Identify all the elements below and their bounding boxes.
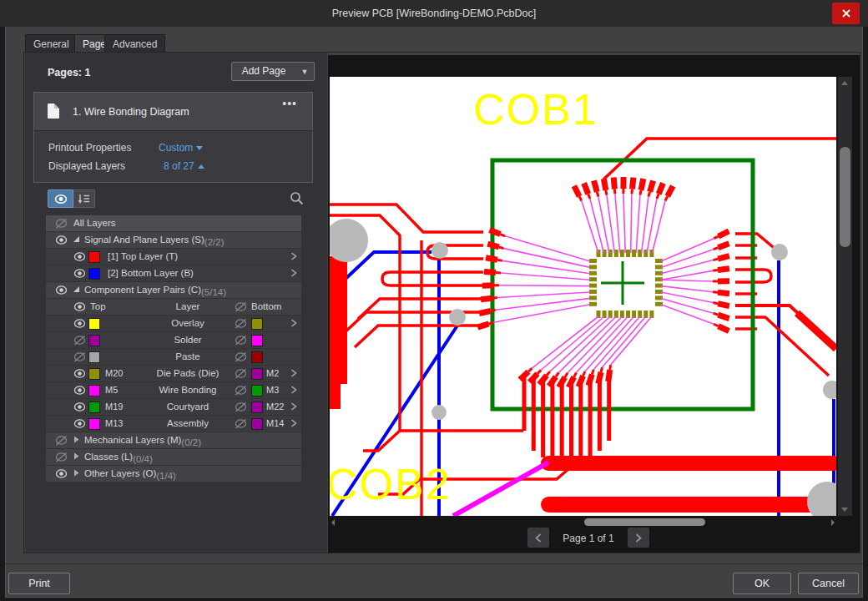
layer-options-chevron-icon[interactable] (290, 385, 297, 396)
cancel-button[interactable]: Cancel (798, 573, 859, 594)
red-bus-bar (541, 456, 836, 471)
layer-options-chevron-icon[interactable] (290, 368, 297, 380)
bottom-layer-color-swatch[interactable] (251, 368, 263, 380)
layer-tree: All LayersSignal And Plane Layers (S) (2… (46, 215, 301, 482)
bottom-visibility-toggle-icon[interactable] (235, 318, 247, 331)
bottom-visibility-toggle-icon[interactable] (235, 301, 247, 314)
layer-group-row[interactable]: Classes (L) (0/4) (46, 449, 301, 465)
page-list-item[interactable]: 1. Wire Bonding Diagram ••• (33, 92, 313, 131)
layer-options-chevron-icon[interactable] (290, 402, 297, 413)
top-visibility-toggle-icon[interactable] (73, 402, 86, 414)
sort-layers-button[interactable] (73, 189, 95, 208)
collapsed-triangle-icon[interactable] (72, 468, 81, 479)
printout-properties-dropdown[interactable]: Custom (159, 142, 203, 154)
visibility-toggle-icon[interactable] (55, 285, 68, 297)
prev-page-button[interactable] (527, 528, 549, 548)
bottom-layer-color-swatch[interactable] (251, 418, 263, 430)
layer-group-row[interactable]: Mechanical Layers (M) (0/2) (46, 432, 301, 448)
top-layer-color-swatch[interactable] (88, 335, 100, 346)
scroll-left-icon[interactable] (331, 519, 335, 526)
layer-color-swatch[interactable] (88, 251, 100, 263)
bottom-visibility-toggle-icon[interactable] (235, 385, 247, 397)
layer-group-row[interactable]: Signal And Plane Layers (S) (2/2) (46, 232, 301, 248)
layer-group-row[interactable]: Component Layer Pairs (C) (5/14) (46, 282, 301, 298)
top-layer-name: M13 (105, 418, 123, 428)
visibility-toggle-icon[interactable] (55, 218, 68, 230)
visibility-toggle-icon[interactable] (55, 468, 68, 481)
preview-horizontal-scrollbar[interactable] (330, 517, 836, 528)
layer-color-swatch[interactable] (88, 268, 100, 280)
bottom-layer-color-swatch[interactable] (251, 318, 263, 330)
bottom-layer-color-swatch[interactable] (251, 351, 263, 363)
visibility-toggle-icon[interactable] (73, 268, 86, 280)
layer-pair-row[interactable]: M20Die Pads (Die)M2 (46, 366, 301, 381)
layer-pair-row[interactable]: Paste (46, 349, 301, 365)
layer-pair-row[interactable]: M19CourtyardM22 (46, 399, 301, 415)
expanded-triangle-icon[interactable] (72, 285, 81, 295)
vertical-scroll-thumb[interactable] (840, 147, 850, 247)
layer-pair-row[interactable]: Overlay (46, 316, 301, 331)
preview-vertical-scrollbar[interactable] (838, 77, 852, 516)
search-icon[interactable] (290, 191, 304, 209)
page-item-menu-icon[interactable]: ••• (282, 97, 297, 110)
top-visibility-toggle-icon[interactable] (73, 335, 86, 347)
collapsed-triangle-icon[interactable] (72, 435, 81, 446)
layer-pair-row[interactable]: M13AssemblyM14 (46, 416, 301, 432)
scroll-up-icon[interactable] (841, 81, 848, 85)
top-layer-color-swatch[interactable] (88, 318, 100, 330)
horizontal-scroll-thumb[interactable] (584, 518, 705, 526)
bottom-visibility-toggle-icon[interactable] (235, 351, 247, 364)
bottom-layer-color-swatch[interactable] (251, 335, 263, 346)
bottom-visibility-toggle-icon[interactable] (235, 335, 247, 347)
bottom-layer-color-swatch[interactable] (251, 385, 263, 396)
layer-pair-row[interactable]: M5Wire BondingM3 (46, 382, 301, 398)
top-visibility-toggle-icon[interactable] (73, 318, 86, 331)
top-layer-color-swatch[interactable] (88, 418, 100, 430)
add-page-button[interactable]: Add Page (231, 62, 296, 81)
scroll-down-icon[interactable] (841, 508, 848, 512)
next-page-button[interactable] (628, 528, 649, 548)
visibility-toggle-icon[interactable] (73, 251, 86, 264)
top-visibility-toggle-icon[interactable] (73, 385, 86, 397)
add-page-dropdown[interactable]: ▼ (295, 62, 315, 81)
top-layer-color-swatch[interactable] (88, 351, 100, 363)
layer-options-chevron-icon[interactable] (290, 268, 297, 280)
ok-button[interactable]: OK (733, 573, 791, 594)
close-icon (841, 8, 851, 18)
bottom-visibility-toggle-icon[interactable] (235, 368, 247, 381)
bottom-visibility-toggle-icon[interactable] (235, 418, 247, 431)
layer-options-chevron-icon[interactable] (290, 251, 297, 263)
page-icon (48, 104, 59, 119)
top-visibility-toggle-icon[interactable] (73, 351, 86, 364)
bottom-layer-color-swatch[interactable] (251, 402, 263, 413)
pair-header-top-label: Top (90, 301, 106, 311)
visibility-mode-button[interactable] (48, 189, 73, 208)
layer-pair-row[interactable]: Solder (46, 332, 301, 348)
layer-row[interactable]: [1] Top Layer (T) (46, 249, 301, 265)
layer-group-row[interactable]: Other Layers (O) (1/4) (46, 466, 301, 482)
tab-advanced[interactable]: Advanced (104, 34, 165, 53)
top-layer-color-swatch[interactable] (88, 385, 100, 396)
layer-options-chevron-icon[interactable] (290, 318, 297, 330)
close-button[interactable] (832, 3, 860, 24)
visibility-toggle-icon[interactable] (55, 435, 68, 447)
layer-row-all-layers[interactable]: All Layers (46, 215, 301, 231)
tab-general[interactable]: General (25, 34, 78, 53)
bottom-visibility-toggle-icon[interactable] (235, 402, 247, 414)
print-button[interactable]: Print (8, 573, 70, 594)
scroll-right-icon[interactable] (831, 519, 835, 526)
visibility-toggle-icon[interactable] (55, 235, 68, 247)
collapsed-triangle-icon[interactable] (72, 452, 81, 462)
top-visibility-toggle-icon[interactable] (73, 418, 86, 431)
displayed-layers-dropdown[interactable]: 8 of 27 (164, 160, 204, 172)
via-pad (449, 309, 466, 326)
layer-pair-header-row[interactable]: TopLayerBottom (46, 299, 301, 315)
layer-options-chevron-icon[interactable] (290, 418, 297, 430)
expanded-triangle-icon[interactable] (72, 235, 81, 245)
top-layer-color-swatch[interactable] (88, 368, 100, 380)
visibility-toggle-icon[interactable] (55, 452, 68, 464)
top-visibility-toggle-icon[interactable] (73, 301, 86, 314)
top-visibility-toggle-icon[interactable] (73, 368, 86, 381)
layer-row[interactable]: [2] Bottom Layer (B) (46, 265, 301, 281)
top-layer-color-swatch[interactable] (88, 402, 100, 413)
